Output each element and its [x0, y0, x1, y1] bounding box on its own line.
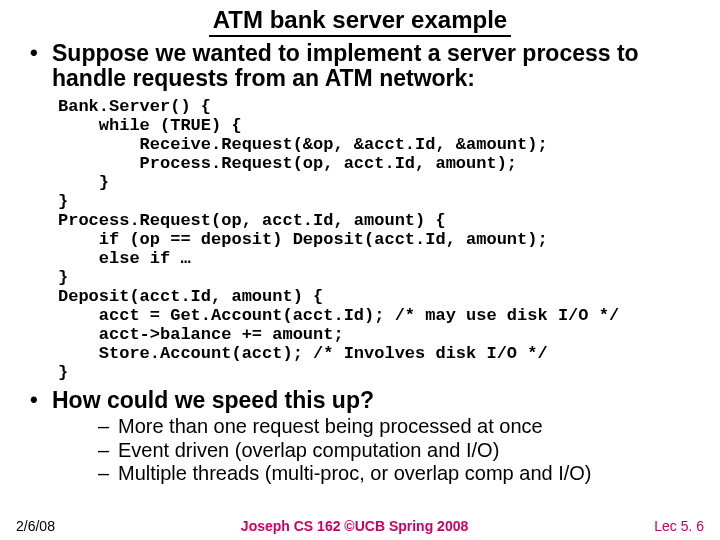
- footer-center: Joseph CS 162 ©UCB Spring 2008: [55, 518, 654, 534]
- footer-date: 2/6/08: [16, 518, 55, 534]
- slide: ATM bank server example Suppose we wante…: [0, 0, 720, 540]
- bullet-speedup: How could we speed this up? More than on…: [52, 388, 708, 486]
- sub-list: More than one request being processed at…: [52, 415, 708, 486]
- bullet-list-2: How could we speed this up? More than on…: [12, 388, 708, 486]
- sub-c: Multiple threads (multi-proc, or overlap…: [118, 462, 708, 486]
- bullet-intro: Suppose we wanted to implement a server …: [52, 41, 708, 91]
- bullet-speedup-text: How could we speed this up?: [52, 387, 374, 413]
- footer: 2/6/08 Joseph CS 162 ©UCB Spring 2008 Le…: [0, 518, 720, 534]
- sub-b: Event driven (overlap computation and I/…: [118, 439, 708, 463]
- footer-lec: Lec 5. 6: [654, 518, 704, 534]
- slide-title: ATM bank server example: [209, 6, 511, 37]
- sub-a: More than one request being processed at…: [118, 415, 708, 439]
- title-wrap: ATM bank server example: [12, 6, 708, 37]
- bullet-list: Suppose we wanted to implement a server …: [12, 41, 708, 91]
- code-block: Bank.Server() { while (TRUE) { Receive.R…: [58, 97, 708, 382]
